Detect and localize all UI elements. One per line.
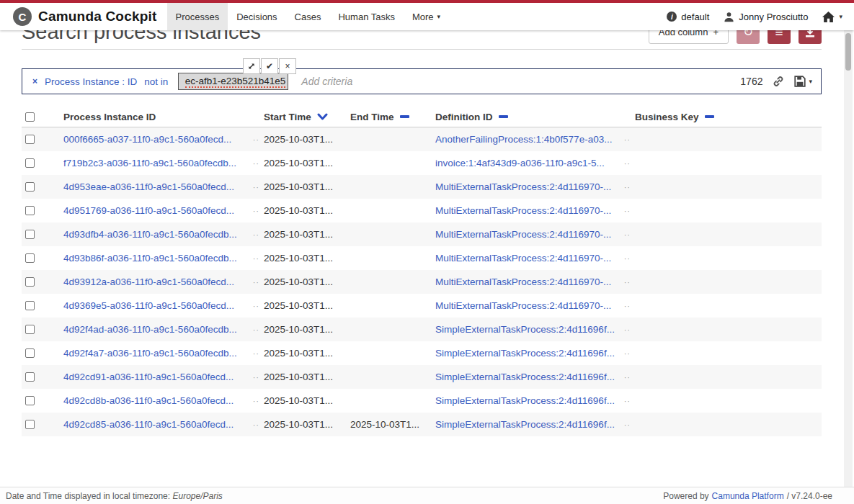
row-checkbox[interactable] (25, 182, 35, 192)
process-instance-link[interactable]: f719b2c3-a036-11f0-a9c1-560a0fecdb... (63, 158, 236, 168)
header-end-time[interactable]: End Time (350, 112, 435, 122)
process-definition-link[interactable]: SimpleExternalTaskProcess:2:4d11696f... (435, 324, 615, 335)
process-instance-id-cell: 4d92cd91-a036-11f0-a9c1-560a0fecd...·· (63, 365, 264, 389)
process-definition-link[interactable]: AnotherFailingProcess:1:4b0f577e-a03... (435, 134, 612, 145)
criteria-field[interactable]: Process Instance : ID (45, 76, 137, 87)
process-instance-link[interactable]: 4d92f4a7-a036-11f0-a9c1-560a0fecdb... (63, 348, 237, 359)
camunda-logo-icon[interactable]: C (13, 7, 32, 26)
row-checkbox[interactable] (25, 301, 35, 310)
truncation-dots-icon: ·· (253, 349, 264, 358)
row-checkbox[interactable] (25, 206, 35, 215)
row-checkbox[interactable] (25, 372, 35, 382)
vertical-scrollbar[interactable] (844, 30, 853, 504)
process-definition-link[interactable]: SimpleExternalTaskProcess:2:4d11696f... (435, 372, 615, 382)
start-time-cell: 2025-10-03T1... (264, 246, 350, 270)
table-row: 4d92f4a7-a036-11f0-a9c1-560a0fecdb...··2… (22, 341, 822, 365)
select-all-checkbox[interactable] (25, 112, 35, 122)
table-row: 4d9369e5-a036-11f0-a9c1-560a0fecd...··20… (22, 294, 822, 318)
expand-editor-button[interactable] (243, 58, 260, 74)
header-process-instance-id[interactable]: Process Instance ID (63, 112, 264, 122)
row-checkbox[interactable] (25, 325, 35, 334)
process-instance-link[interactable]: 4d951769-a036-11f0-a9c1-560a0fecd... (63, 205, 234, 216)
process-definition-link[interactable]: MultiExternalTaskProcess:2:4d116970-... (435, 300, 611, 311)
expand-icon (247, 62, 256, 71)
confirm-criteria-button[interactable]: ✔ (261, 58, 278, 74)
user-menu[interactable]: Jonny Prosciutto (724, 12, 808, 22)
chevron-down-icon: ▾ (437, 13, 441, 20)
process-instance-link[interactable]: 4d92cd8b-a036-11f0-a9c1-560a0fecd... (63, 395, 233, 406)
row-checkbox[interactable] (25, 277, 35, 287)
process-instance-link[interactable]: 000f6665-a037-11f0-a9c1-560a0fecd... (63, 134, 231, 145)
home-menu[interactable]: ▾ (822, 12, 842, 22)
criteria-operator[interactable]: not in (144, 76, 168, 87)
sort-desc-icon[interactable] (317, 113, 328, 120)
row-checkbox[interactable] (25, 420, 35, 429)
end-time-cell (350, 151, 435, 175)
row-select-cell (22, 246, 63, 270)
process-instance-link[interactable]: 4d92cd85-a036-11f0-a9c1-560a0fecd... (63, 419, 233, 430)
process-definition-link[interactable]: SimpleExternalTaskProcess:2:4d11696f... (435, 395, 615, 406)
process-instance-link[interactable]: 4d93dfb4-a036-11f0-a9c1-560a0fecdb... (63, 229, 237, 240)
end-time-cell (350, 341, 435, 365)
chevron-down-icon: ▾ (839, 13, 842, 20)
row-checkbox[interactable] (25, 230, 35, 239)
end-time-cell (350, 270, 435, 294)
process-definition-link[interactable]: MultiExternalTaskProcess:2:4d116970-... (435, 181, 611, 192)
header-definition-id[interactable]: Definition ID (435, 112, 635, 122)
truncation-dots-icon: ·· (253, 207, 264, 215)
process-definition-link[interactable]: MultiExternalTaskProcess:2:4d116970-... (435, 276, 611, 287)
definition-id-cell: SimpleExternalTaskProcess:2:4d11696f...·… (435, 389, 635, 413)
criteria-value-input[interactable]: ec-afb1-e23b521b41e5 (178, 73, 288, 90)
process-instance-link[interactable]: 4d93b86f-a036-11f0-a9c1-560a0fecdb... (63, 253, 237, 264)
header-business-key[interactable]: Business Key (635, 112, 822, 122)
definition-id-cell: invoice:1:4af343d9-a036-11f0-a9c1-5...·· (435, 151, 635, 175)
save-search-button[interactable]: ▾ (794, 76, 812, 87)
process-instance-link[interactable]: 4d953eae-a036-11f0-a9c1-560a0fecd... (63, 181, 234, 192)
add-criteria-placeholder[interactable]: Add criteria (301, 76, 352, 87)
truncation-dots-icon: ·· (624, 325, 635, 334)
camunda-platform-link[interactable]: Camunda Platform (712, 491, 784, 501)
sort-neutral-icon[interactable] (499, 115, 508, 118)
business-key-cell (635, 341, 822, 365)
business-key-cell (635, 199, 822, 222)
copy-link-icon[interactable] (773, 76, 784, 87)
truncation-dots-icon: ·· (624, 397, 635, 405)
remove-criteria-icon[interactable]: × (32, 76, 37, 86)
cancel-criteria-button[interactable]: × (279, 58, 296, 74)
truncation-dots-icon: ·· (253, 230, 264, 239)
process-instance-link[interactable]: 4d92cd91-a036-11f0-a9c1-560a0fecd... (63, 372, 233, 382)
nav-tab-decisions[interactable]: Decisions (228, 3, 285, 30)
search-criteria-bar[interactable]: × Process Instance : ID not in ec-afb1-e… (22, 68, 822, 94)
process-definition-link[interactable]: MultiExternalTaskProcess:2:4d116970-... (435, 253, 611, 264)
process-definition-link[interactable]: MultiExternalTaskProcess:2:4d116970-... (435, 229, 611, 240)
row-select-cell (22, 199, 63, 222)
row-checkbox[interactable] (25, 396, 35, 405)
engine-selector[interactable]: i default (667, 12, 709, 22)
process-definition-link[interactable]: SimpleExternalTaskProcess:2:4d11696f... (435, 419, 615, 430)
process-definition-link[interactable]: SimpleExternalTaskProcess:2:4d11696f... (435, 348, 615, 359)
process-definition-link[interactable]: MultiExternalTaskProcess:2:4d116970-... (435, 205, 611, 216)
business-key-cell (635, 151, 822, 175)
row-checkbox[interactable] (25, 158, 35, 168)
definition-id-cell: MultiExternalTaskProcess:2:4d116970-...·… (435, 294, 635, 318)
sort-neutral-icon[interactable] (705, 115, 714, 118)
process-definition-link[interactable]: invoice:1:4af343d9-a036-11f0-a9c1-5... (435, 158, 605, 168)
process-instance-link[interactable]: 4d9369e5-a036-11f0-a9c1-560a0fecd... (63, 300, 234, 311)
row-checkbox[interactable] (25, 348, 35, 358)
truncation-dots-icon: ·· (624, 373, 635, 382)
header-start-time[interactable]: Start Time (264, 112, 350, 122)
sort-neutral-icon[interactable] (400, 115, 409, 118)
column-label: Definition ID (435, 112, 493, 122)
row-checkbox[interactable] (25, 135, 35, 144)
nav-more-menu[interactable]: More ▾ (404, 3, 449, 30)
process-instance-id-cell: 4d93dfb4-a036-11f0-a9c1-560a0fecdb...·· (63, 222, 264, 246)
process-instance-link[interactable]: 4d93912a-a036-11f0-a9c1-560a0fecd... (63, 276, 234, 287)
scrollbar-thumb[interactable] (845, 33, 851, 71)
process-instance-link[interactable]: 4d92f4ad-a036-11f0-a9c1-560a0fecdb... (63, 324, 237, 335)
truncation-dots-icon: ·· (624, 135, 635, 144)
nav-tab-cases[interactable]: Cases (286, 3, 330, 30)
save-icon (794, 76, 806, 87)
nav-tab-human-tasks[interactable]: Human Tasks (329, 3, 404, 30)
nav-tab-processes[interactable]: Processes (167, 3, 228, 30)
row-checkbox[interactable] (25, 253, 35, 263)
